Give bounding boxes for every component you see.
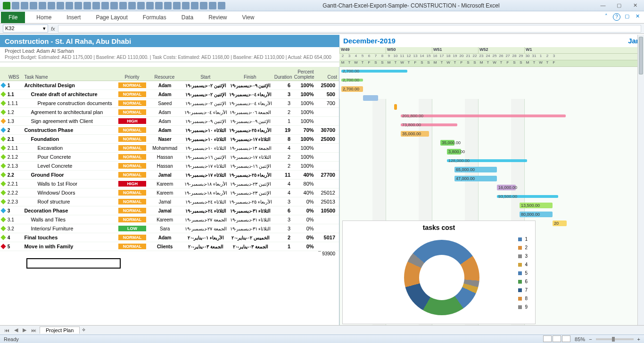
gantt-bar[interactable]: 80,000.00 — [520, 212, 553, 217]
col-priority[interactable]: Priority — [118, 74, 146, 80]
gantt-bar[interactable]: 3,800.00 — [447, 149, 461, 155]
ribbon-tab-data[interactable]: Data — [174, 12, 201, 23]
task-row[interactable]: 2.2.2Windows/ DoorsNORMALKareemالأربعاء … — [0, 188, 339, 197]
window-close-icon[interactable]: ✕ — [634, 13, 641, 21]
qat-button[interactable] — [182, 2, 190, 9]
ribbon-tab-formulas[interactable]: Formulas — [135, 12, 174, 23]
qat-button[interactable] — [48, 2, 55, 9]
qat-button[interactable] — [39, 2, 46, 9]
gantt-bar[interactable]: 93,500.00 — [497, 195, 558, 198]
window-restore-icon[interactable]: ▢ — [623, 13, 631, 21]
qat-button[interactable] — [209, 2, 216, 9]
col-percent[interactable]: Percent Complete — [292, 69, 316, 80]
tasks-cost-chart[interactable]: tasks cost 123456789 — [342, 220, 536, 324]
tab-nav-next[interactable]: ▶ — [21, 327, 28, 333]
close-button[interactable]: ✕ — [629, 2, 641, 8]
col-finish[interactable]: Finish — [228, 74, 272, 80]
formula-input[interactable] — [58, 25, 641, 33]
gantt-bar[interactable]: 2,700.00 — [341, 86, 363, 92]
qat-button[interactable] — [173, 2, 181, 9]
col-cost[interactable]: Cost — [316, 74, 339, 80]
tab-nav-last[interactable]: ⏭ — [30, 327, 38, 333]
qat-button[interactable] — [92, 2, 100, 9]
gantt-bar[interactable]: 201,800.00 — [401, 114, 566, 117]
tab-nav-prev[interactable]: ◀ — [13, 327, 19, 333]
fx-icon[interactable]: fx — [51, 26, 55, 32]
zoom-out-button[interactable]: − — [589, 336, 592, 342]
task-row[interactable]: 2.1FoundationNORMALNaserالثلاثاء ١٠-ديسم… — [0, 135, 339, 144]
task-row[interactable]: 1.1.1Prepare construction documentsNORMA… — [0, 99, 339, 108]
gantt-bar[interactable]: 13,500.00 — [520, 203, 553, 208]
task-row[interactable]: 2.1.1ExcavationNORMALMohammadالثلاثاء ١٠… — [0, 144, 339, 153]
task-row[interactable]: 3.2Interiors/ FurnitureLOWSaraالجمعة ٢٧-… — [0, 224, 339, 233]
zoom-slider[interactable] — [596, 338, 634, 340]
qat-button[interactable] — [110, 2, 118, 9]
selected-cell[interactable] — [26, 258, 121, 269]
name-box[interactable]: K32▾ — [3, 24, 48, 33]
qat-button[interactable] — [66, 2, 73, 9]
gantt-bar[interactable]: 16,000.00 — [497, 185, 516, 190]
gantt-bar[interactable] — [394, 104, 397, 110]
help-icon[interactable]: ? — [613, 13, 620, 21]
tab-nav-first[interactable]: ⏮ — [3, 327, 11, 333]
zoom-in-button[interactable]: + — [637, 336, 640, 342]
qat-button[interactable] — [30, 2, 37, 9]
col-duration[interactable]: Duration — [272, 74, 292, 80]
qat-button[interactable] — [191, 2, 198, 9]
gantt-bar[interactable]: 35,000.00 — [440, 140, 454, 146]
task-row[interactable]: 2.2.1Walls to 1st FloorHIGHKareemالأربعا… — [0, 180, 339, 188]
task-row[interactable]: 4Final touchesNORMALAdamالأربعاء ٠١-يناي… — [0, 233, 339, 242]
gantt-bar[interactable]: 2,700.00 — [341, 79, 363, 82]
quick-access-toolbar[interactable] — [3, 2, 225, 9]
task-row[interactable]: 1Architectural DesignNORMALAdamالإثنين ٠… — [0, 81, 339, 90]
task-row[interactable]: 2.1.3Level ConcreteNORMALHassanالثلاثاء … — [0, 162, 339, 171]
qat-button[interactable] — [137, 2, 145, 9]
ribbon-minimize-icon[interactable]: ˄ — [603, 13, 610, 21]
gantt-bar[interactable]: 20 — [553, 220, 567, 226]
task-row[interactable]: 2.2.3Roof structureNORMALJamalالثلاثاء ٢… — [0, 197, 339, 206]
new-sheet-icon[interactable]: ✧ — [82, 327, 86, 333]
maximize-button[interactable]: ▢ — [613, 2, 625, 8]
qat-button[interactable] — [21, 2, 28, 9]
qat-button[interactable] — [164, 2, 172, 9]
zoom-level[interactable]: 85% — [575, 336, 585, 342]
ribbon-tab-review[interactable]: Review — [201, 12, 234, 23]
task-row[interactable]: 1.1Create draft of architectureNORMALAda… — [0, 90, 339, 99]
view-buttons[interactable] — [543, 335, 571, 343]
file-tab[interactable]: File — [1, 12, 25, 23]
gantt-bar[interactable]: 65,000.00 — [454, 167, 497, 172]
qat-button[interactable] — [74, 2, 82, 9]
task-row[interactable]: 5Move in with FamilyNORMALClientsالجمعة … — [0, 242, 339, 251]
col-resource[interactable]: Resource — [146, 74, 183, 80]
gantt-bar[interactable]: 35,000.00 — [401, 131, 429, 137]
sheet-tab-project-plan[interactable]: Project Plan — [40, 327, 80, 334]
task-row[interactable]: 3Decoration PhaseNORMALJamalالثلاثاء ٢٤-… — [0, 206, 339, 215]
qat-button[interactable] — [83, 2, 91, 9]
gantt-bar[interactable]: 47,000.00 — [454, 176, 497, 181]
qat-button[interactable] — [218, 2, 225, 9]
task-row[interactable]: 2.1.2Pour ConcreteNORMALHassanالإثنين ١٦… — [0, 153, 339, 162]
task-row[interactable]: 3.1Walls and TilesNORMALKareemالجمعة ٢٧-… — [0, 215, 339, 224]
qat-button[interactable] — [155, 2, 163, 9]
dropdown-icon[interactable]: ▾ — [43, 25, 46, 32]
qat-button[interactable] — [146, 2, 154, 9]
ribbon-tab-home[interactable]: Home — [29, 12, 59, 23]
task-row[interactable]: 1.3Sign agreement with ClientHIGHAdamالإ… — [0, 117, 339, 126]
col-start[interactable]: Start — [183, 74, 228, 80]
ribbon-tab-page-layout[interactable]: Page Layout — [88, 12, 135, 23]
minimize-button[interactable]: — — [597, 2, 609, 8]
qat-button[interactable] — [57, 2, 64, 9]
vertical-scrollbar[interactable] — [637, 35, 644, 325]
qat-button[interactable] — [200, 2, 207, 9]
gantt-bar[interactable]: 2,700.00 — [341, 70, 407, 73]
task-row[interactable]: 2.2Ground FloorNORMALJamalالثلاثاء ١٧-دي… — [0, 171, 339, 180]
gantt-bar[interactable]: 128,000.00 — [447, 159, 527, 162]
gantt-bar[interactable]: 73,800.00 — [401, 123, 457, 126]
ribbon-tab-insert[interactable]: Insert — [59, 12, 88, 23]
col-wbs[interactable]: WBS — [7, 74, 23, 80]
qat-button[interactable] — [128, 2, 136, 9]
gantt-chart[interactable]: 2,700.002,700.002,700.00201,800.0073,800… — [339, 67, 644, 325]
task-row[interactable]: 2Construction PhaseNORMALAdamالثلاثاء ١٠… — [0, 126, 339, 135]
gantt-bar[interactable] — [363, 95, 378, 101]
qat-button[interactable] — [12, 2, 19, 9]
